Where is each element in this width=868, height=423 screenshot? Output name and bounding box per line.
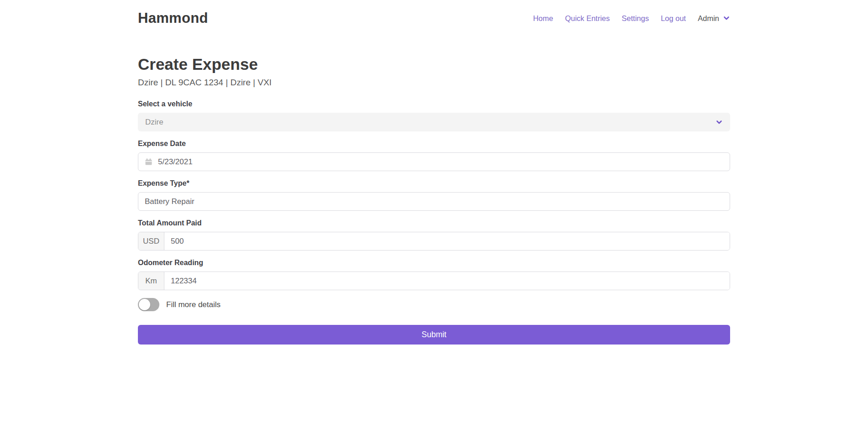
nav-link-quick-entries[interactable]: Quick Entries xyxy=(565,14,610,23)
main-content: Create Expense Dzire | DL 9CAC 1234 | Dz… xyxy=(138,55,730,345)
expense-type-input[interactable] xyxy=(138,192,730,211)
total-amount-label: Total Amount Paid xyxy=(138,219,730,227)
create-expense-form: Select a vehicle Dzire Expense Date xyxy=(138,99,730,345)
nav-link-logout[interactable]: Log out xyxy=(661,14,686,23)
odometer-group: Odometer Reading Km xyxy=(138,258,730,290)
chevron-down-icon xyxy=(723,15,730,22)
more-details-row: Fill more details xyxy=(138,298,730,311)
expense-type-group: Expense Type* xyxy=(138,179,730,211)
vehicle-select-value: Dzire xyxy=(145,118,163,127)
expense-date-group: Expense Date xyxy=(138,139,730,171)
page-container: Hammond Home Quick Entries Settings Log … xyxy=(138,0,730,345)
more-details-toggle[interactable] xyxy=(138,298,159,311)
toggle-knob xyxy=(139,299,150,310)
vehicle-summary: Dzire | DL 9CAC 1234 | Dzire | VXI xyxy=(138,78,730,88)
expense-date-field[interactable] xyxy=(138,152,730,171)
currency-prefix: USD xyxy=(138,232,164,250)
total-amount-group: Total Amount Paid USD xyxy=(138,219,730,251)
nav-link-home[interactable]: Home xyxy=(533,14,553,23)
vehicle-select[interactable]: Dzire xyxy=(138,113,730,131)
top-navbar: Hammond Home Quick Entries Settings Log … xyxy=(138,0,730,26)
expense-date-label: Expense Date xyxy=(138,139,730,148)
main-nav: Home Quick Entries Settings Log out Admi… xyxy=(533,14,730,23)
odometer-label: Odometer Reading xyxy=(138,258,730,267)
distance-unit-prefix: Km xyxy=(138,272,164,290)
submit-button[interactable]: Submit xyxy=(138,325,730,345)
calendar-icon xyxy=(145,158,153,166)
user-menu[interactable]: Admin xyxy=(698,14,730,23)
chevron-down-icon xyxy=(715,119,723,126)
odometer-field: Km xyxy=(138,272,730,290)
more-details-label: Fill more details xyxy=(166,300,221,309)
total-amount-field: USD xyxy=(138,232,730,251)
user-menu-label: Admin xyxy=(698,14,719,23)
expense-type-label: Expense Type* xyxy=(138,179,730,188)
app-logo[interactable]: Hammond xyxy=(138,10,208,26)
vehicle-select-group: Select a vehicle Dzire xyxy=(138,99,730,131)
total-amount-input[interactable] xyxy=(164,232,730,250)
expense-date-input[interactable] xyxy=(158,153,723,171)
odometer-input[interactable] xyxy=(164,272,730,290)
page-title: Create Expense xyxy=(138,55,730,74)
nav-link-settings[interactable]: Settings xyxy=(622,14,649,23)
vehicle-select-label: Select a vehicle xyxy=(138,99,730,108)
